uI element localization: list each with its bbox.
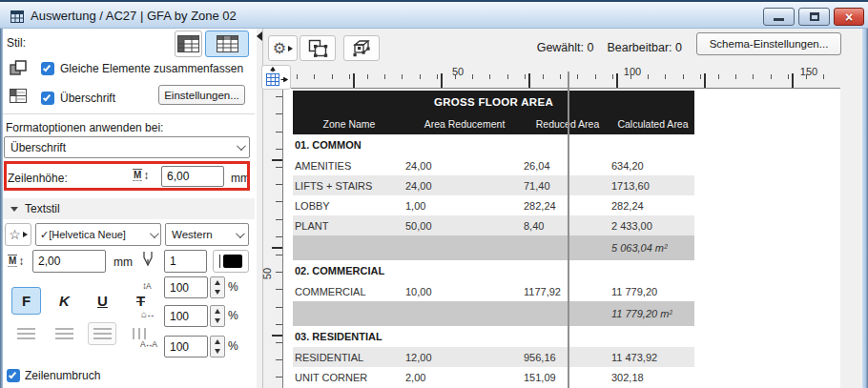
line-spacing-icon: ↕A: [142, 280, 151, 291]
group-header-row[interactable]: 03. RESIDENTIAL: [293, 326, 694, 347]
char-width-input[interactable]: [164, 305, 208, 327]
einstellungen-button[interactable]: Einstellungen...: [158, 85, 245, 105]
zone-row[interactable]: LOBBY1,00282,24282,24: [293, 195, 694, 215]
ueberschrift-checkbox[interactable]: [41, 92, 54, 105]
encoding-dropdown[interactable]: Western: [165, 223, 249, 246]
settings-menu-button[interactable]: ⚙: [268, 35, 298, 61]
group-label: 02. COMMERCIAL: [293, 265, 405, 276]
minimize-icon: [774, 18, 784, 21]
char-width-stepper[interactable]: [210, 305, 225, 327]
calculated-area-cell: 634,20: [611, 160, 694, 172]
schema-einstellungen-button[interactable]: Schema-Einstellungen...: [696, 32, 841, 55]
tracking-percent: %: [228, 339, 238, 353]
zone-row[interactable]: AMENITIES24,0026,04634,20: [293, 155, 694, 175]
pen-number-input[interactable]: [164, 250, 207, 273]
group-label: 03. RESIDENTIAL: [293, 331, 405, 342]
zone-name-cell: PLANT: [293, 220, 405, 232]
tracking-input[interactable]: [164, 336, 208, 357]
zone-row[interactable]: COMMERCIAL10,001177,9211 779,20: [293, 281, 694, 301]
schedule-grid-icon: [10, 10, 24, 27]
gear-icon: ⚙: [273, 39, 286, 57]
title-bar[interactable]: Auswertung / AC27 | GFA by Zone 02 ×: [0, 0, 868, 29]
subtotal-row[interactable]: 5 063,04 m²: [293, 235, 694, 260]
close-icon: ×: [845, 10, 853, 24]
favorites-button[interactable]: ☆: [5, 223, 31, 246]
close-button[interactable]: ×: [834, 8, 864, 26]
subtotal-row[interactable]: 11 779,20 m²: [293, 301, 694, 326]
area-reducement-cell: 12,00: [405, 352, 524, 363]
stil-label: Stil:: [7, 36, 26, 50]
calculated-area-cell: 11 473,92: [611, 352, 694, 363]
table-column-headers: Zone Name Area Reducement Reduced Area C…: [293, 113, 694, 134]
area-reducement-cell: 10,00: [405, 286, 524, 297]
italic-button[interactable]: K: [50, 287, 79, 315]
group-header-row[interactable]: 01. COMMON: [293, 134, 694, 155]
spin-up-icon[interactable]: [215, 309, 220, 314]
style-view-button-2[interactable]: [205, 31, 249, 57]
align-left-button[interactable]: [11, 322, 40, 345]
group-label: 01. COMMON: [293, 139, 405, 151]
spin-up-icon[interactable]: [215, 280, 220, 285]
col-area-reducement: Area Reducement: [405, 118, 524, 130]
ruler-label-150: 150: [800, 66, 817, 77]
window-border-left: [0, 29, 3, 388]
row-height-unit: mm: [231, 172, 250, 185]
font-size-icon: M↕: [8, 255, 24, 267]
spin-up-icon[interactable]: [215, 339, 220, 344]
schedule-table: GROSS FLOOR AREA Zone Name Area Reduceme…: [293, 91, 694, 387]
table-style-selected-icon: [217, 35, 238, 52]
align-center-button[interactable]: [50, 322, 78, 345]
group-header-row[interactable]: 02. COMMERCIAL: [293, 260, 694, 281]
bold-button[interactable]: F: [11, 287, 41, 315]
calculated-area-cell: 282,24: [611, 200, 694, 212]
maximize-button[interactable]: [798, 8, 830, 26]
gewaehlt-label: Gewählt:: [537, 41, 584, 54]
vertical-ruler[interactable]: 50: [262, 89, 282, 388]
collapse-panel-arrow[interactable]: [257, 31, 262, 41]
zone-row[interactable]: LIFTS + STAIRS24,0071,401713,60: [293, 175, 694, 195]
select-elements-button[interactable]: [300, 35, 336, 61]
textstil-section-header[interactable]: Textstil: [3, 198, 255, 219]
section-divider: [3, 113, 255, 114]
zone-row[interactable]: RESIDENTIAL12,00956,1611 473,92: [293, 347, 694, 367]
schedule-preview[interactable]: GROSS FLOOR AREA Zone Name Area Reduceme…: [282, 89, 840, 388]
pen-color-button[interactable]: [213, 250, 249, 273]
align-justify-button[interactable]: [126, 322, 155, 345]
minimize-button[interactable]: [763, 8, 795, 26]
ruler-origin-button[interactable]: [261, 65, 291, 90]
font-size-input[interactable]: [32, 250, 106, 273]
ruler-label-100: 100: [624, 66, 641, 77]
ueberschrift-label: Überschrift: [60, 92, 115, 105]
subtotal-value: 11 779,20 m²: [293, 308, 672, 319]
zone-row[interactable]: UNIT CORNER2,00151,09302,18: [293, 367, 694, 387]
font-dropdown[interactable]: ✓ [Helvetica Neue]: [35, 223, 161, 246]
zone-row[interactable]: PLANT50,008,402 433,00: [293, 215, 694, 235]
spin-down-icon[interactable]: [215, 318, 220, 323]
textstil-label: Textstil: [25, 202, 60, 215]
line-spacing-stepper[interactable]: [210, 276, 225, 298]
calculated-area-cell: 1713,60: [611, 180, 694, 192]
pen-icon: [142, 251, 154, 271]
zeilenumbruch-checkbox[interactable]: [7, 369, 20, 382]
calculated-area-cell: 11 779,20: [611, 286, 694, 297]
line-spacing-input[interactable]: [164, 276, 208, 298]
area-reducement-cell: 1,00: [405, 200, 524, 212]
font-size-unit: mm: [114, 255, 133, 269]
underline-button[interactable]: U: [88, 287, 117, 315]
spin-down-icon[interactable]: [215, 290, 220, 295]
align-right-button[interactable]: [88, 322, 116, 345]
merge-elements-icon: [10, 60, 27, 80]
merge-elements-checkbox[interactable]: [41, 62, 54, 75]
tracking-stepper[interactable]: [210, 336, 225, 357]
style-view-button-1[interactable]: [175, 31, 202, 57]
spin-down-icon[interactable]: [215, 349, 220, 354]
pen-color-swatch: [223, 255, 242, 268]
gewaehlt-value: 0: [588, 41, 594, 54]
zone-name-cell: AMENITIES: [293, 160, 405, 172]
row-height-input[interactable]: [161, 166, 224, 187]
format-target-dropdown[interactable]: Überschrift: [4, 136, 250, 158]
chevron-down-icon: [237, 141, 246, 151]
horizontal-ruler[interactable]: 50 100 150: [291, 63, 840, 89]
vertical-scrollbar[interactable]: [568, 71, 569, 388]
select-in-model-button[interactable]: [343, 35, 380, 61]
